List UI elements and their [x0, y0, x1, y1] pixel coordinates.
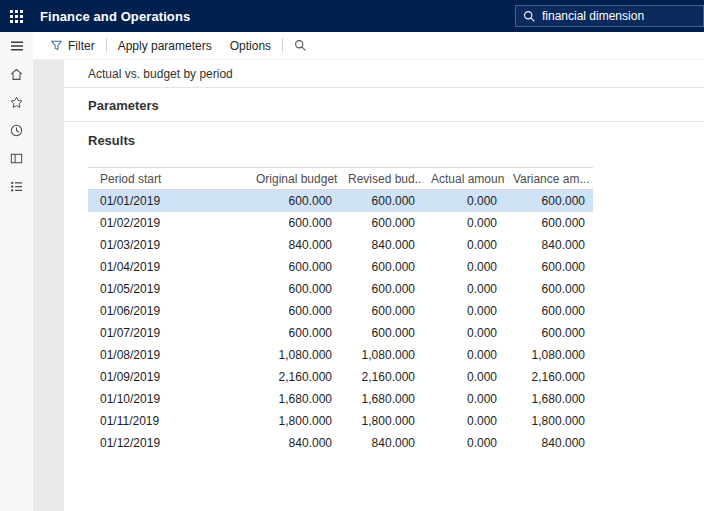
- cell-value[interactable]: 0.000: [423, 388, 505, 410]
- cell-value[interactable]: 840.000: [340, 432, 423, 454]
- sidebar-item-menu[interactable]: [0, 32, 33, 60]
- sidebar-item-modules[interactable]: [0, 172, 33, 200]
- app-launcher-icon[interactable]: [10, 10, 23, 23]
- cell-value[interactable]: 600.000: [340, 278, 423, 300]
- cell-period-start[interactable]: 01/06/2019: [88, 300, 248, 322]
- navbar-search-value: financial dimension: [542, 9, 644, 23]
- cell-value[interactable]: 600.000: [505, 212, 593, 234]
- cell-value[interactable]: 0.000: [423, 410, 505, 432]
- cell-value[interactable]: 840.000: [248, 234, 340, 256]
- cell-value[interactable]: 600.000: [248, 278, 340, 300]
- cell-value[interactable]: 0.000: [423, 212, 505, 234]
- cell-value[interactable]: 600.000: [340, 322, 423, 344]
- cell-period-start[interactable]: 01/08/2019: [88, 344, 248, 366]
- cell-value[interactable]: 600.000: [248, 190, 340, 212]
- options-button[interactable]: Options: [221, 36, 280, 56]
- search-icon: [523, 10, 536, 23]
- cell-value[interactable]: 2,160.000: [505, 366, 593, 388]
- cell-period-start[interactable]: 01/04/2019: [88, 256, 248, 278]
- cell-value[interactable]: 600.000: [505, 300, 593, 322]
- page-content: Actual vs. budget by period Parameters R…: [64, 60, 704, 511]
- sidebar-item-home[interactable]: [0, 60, 33, 88]
- cell-period-start[interactable]: 01/11/2019: [88, 410, 248, 432]
- cell-value[interactable]: 1,680.000: [505, 388, 593, 410]
- cell-period-start[interactable]: 01/12/2019: [88, 432, 248, 454]
- cell-value[interactable]: 1,080.000: [248, 344, 340, 366]
- sidebar-item-recent[interactable]: [0, 116, 33, 144]
- cell-period-start[interactable]: 01/03/2019: [88, 234, 248, 256]
- results-section-label: Results: [88, 133, 135, 148]
- cell-value[interactable]: 0.000: [423, 234, 505, 256]
- cell-value[interactable]: 1,080.000: [505, 344, 593, 366]
- cell-value[interactable]: 600.000: [340, 256, 423, 278]
- table-row[interactable]: 01/11/20191,800.0001,800.0000.0001,800.0…: [88, 410, 593, 432]
- cell-value[interactable]: 600.000: [248, 212, 340, 234]
- cell-value[interactable]: 2,160.000: [248, 366, 340, 388]
- cell-value[interactable]: 0.000: [423, 190, 505, 212]
- toolbar-search-button[interactable]: [285, 36, 316, 55]
- cell-value[interactable]: 0.000: [423, 322, 505, 344]
- cell-period-start[interactable]: 01/02/2019: [88, 212, 248, 234]
- column-header[interactable]: Variance am...: [505, 168, 593, 190]
- cell-value[interactable]: 840.000: [248, 432, 340, 454]
- cell-value[interactable]: 2,160.000: [340, 366, 423, 388]
- table-row[interactable]: 01/07/2019600.000600.0000.000600.000: [88, 322, 593, 344]
- cell-value[interactable]: 0.000: [423, 256, 505, 278]
- cell-value[interactable]: 1,800.000: [248, 410, 340, 432]
- cell-value[interactable]: 0.000: [423, 432, 505, 454]
- cell-period-start[interactable]: 01/07/2019: [88, 322, 248, 344]
- table-row[interactable]: 01/10/20191,680.0001,680.0000.0001,680.0…: [88, 388, 593, 410]
- apply-parameters-button[interactable]: Apply parameters: [109, 36, 221, 56]
- search-icon: [294, 39, 307, 52]
- column-header[interactable]: Actual amount: [423, 168, 505, 190]
- results-section-header[interactable]: Results: [64, 122, 704, 156]
- table-row[interactable]: 01/03/2019840.000840.0000.000840.000: [88, 234, 593, 256]
- cell-value[interactable]: 1,800.000: [340, 410, 423, 432]
- table-row[interactable]: 01/05/2019600.000600.0000.000600.000: [88, 278, 593, 300]
- cell-value[interactable]: 600.000: [505, 256, 593, 278]
- results-table-body: 01/01/2019600.000600.0000.000600.00001/0…: [88, 190, 593, 454]
- table-row[interactable]: 01/12/2019840.000840.0000.000840.000: [88, 432, 593, 454]
- table-row[interactable]: 01/01/2019600.000600.0000.000600.000: [88, 190, 593, 212]
- cell-value[interactable]: 1,800.000: [505, 410, 593, 432]
- cell-value[interactable]: 600.000: [505, 190, 593, 212]
- filter-button[interactable]: Filter: [41, 36, 104, 56]
- column-header[interactable]: Revised bud...: [340, 168, 423, 190]
- table-row[interactable]: 01/02/2019600.000600.0000.000600.000: [88, 212, 593, 234]
- cell-value[interactable]: 1,080.000: [340, 344, 423, 366]
- parameters-section-header[interactable]: Parameters: [64, 88, 704, 122]
- cell-value[interactable]: 840.000: [505, 234, 593, 256]
- cell-value[interactable]: 1,680.000: [340, 388, 423, 410]
- cell-value[interactable]: 600.000: [248, 322, 340, 344]
- cell-value[interactable]: 840.000: [340, 234, 423, 256]
- cell-value[interactable]: 600.000: [340, 212, 423, 234]
- cell-value[interactable]: 600.000: [248, 300, 340, 322]
- cell-value[interactable]: 600.000: [248, 256, 340, 278]
- cell-value[interactable]: 0.000: [423, 366, 505, 388]
- cell-value[interactable]: 600.000: [505, 322, 593, 344]
- column-header[interactable]: Period start: [88, 168, 248, 190]
- cell-value[interactable]: 840.000: [505, 432, 593, 454]
- results-grid: Period startOriginal budgetRevised bud..…: [88, 167, 593, 454]
- table-row[interactable]: 01/09/20192,160.0002,160.0000.0002,160.0…: [88, 366, 593, 388]
- cell-period-start[interactable]: 01/09/2019: [88, 366, 248, 388]
- toolbar-divider: [282, 38, 283, 53]
- cell-period-start[interactable]: 01/05/2019: [88, 278, 248, 300]
- cell-value[interactable]: 600.000: [505, 278, 593, 300]
- left-sidebar: [0, 32, 33, 511]
- cell-period-start[interactable]: 01/10/2019: [88, 388, 248, 410]
- table-row[interactable]: 01/06/2019600.000600.0000.000600.000: [88, 300, 593, 322]
- cell-value[interactable]: 600.000: [340, 300, 423, 322]
- cell-value[interactable]: 0.000: [423, 344, 505, 366]
- navbar-search-box[interactable]: financial dimension: [515, 5, 704, 27]
- cell-value[interactable]: 0.000: [423, 300, 505, 322]
- table-row[interactable]: 01/08/20191,080.0001,080.0000.0001,080.0…: [88, 344, 593, 366]
- cell-value[interactable]: 0.000: [423, 278, 505, 300]
- table-row[interactable]: 01/04/2019600.000600.0000.000600.000: [88, 256, 593, 278]
- sidebar-item-workspaces[interactable]: [0, 144, 33, 172]
- column-header[interactable]: Original budget: [248, 168, 340, 190]
- cell-period-start[interactable]: 01/01/2019: [88, 190, 248, 212]
- cell-value[interactable]: 600.000: [340, 190, 423, 212]
- sidebar-item-favorites[interactable]: [0, 88, 33, 116]
- cell-value[interactable]: 1,680.000: [248, 388, 340, 410]
